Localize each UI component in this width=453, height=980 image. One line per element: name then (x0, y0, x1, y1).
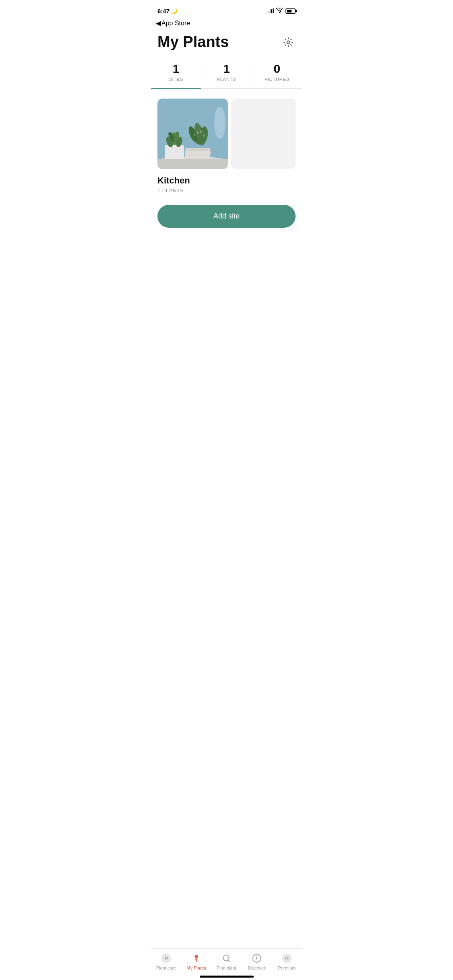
main-content: Kitchen 1 PLANTS Add site (151, 89, 302, 237)
site-plants-count: 1 PLANTS (157, 187, 296, 194)
svg-point-25 (214, 107, 225, 139)
settings-icon[interactable] (281, 35, 296, 49)
tab-sites[interactable]: 1 SITES (151, 57, 201, 88)
empty-site-card-1 (231, 99, 296, 169)
svg-point-1 (287, 41, 290, 43)
plants-count: 1 (205, 62, 248, 75)
svg-rect-6 (165, 145, 184, 160)
add-site-button[interactable]: Add site (157, 205, 296, 228)
site-info: Kitchen 1 PLANTS (157, 175, 296, 194)
back-label: App Store (161, 20, 190, 27)
plants-label: PLANTS (205, 77, 248, 82)
status-time: 6:47 🌙 (157, 8, 178, 14)
back-arrow-icon: ◀ (156, 19, 161, 27)
wifi-icon (276, 8, 283, 14)
tab-pictures[interactable]: 0 PICTURES (252, 57, 302, 88)
svg-rect-26 (157, 159, 228, 169)
status-icons (267, 8, 296, 14)
battery-icon (285, 8, 296, 14)
pictures-count: 0 (255, 62, 299, 75)
sites-label: SITES (154, 77, 198, 82)
back-navigation[interactable]: ◀ App Store (151, 18, 302, 30)
page-title: My Plants (157, 33, 229, 51)
svg-rect-14 (185, 148, 211, 151)
page-header: My Plants (151, 30, 302, 57)
signal-icon (267, 8, 274, 13)
site-card-kitchen[interactable] (157, 99, 228, 169)
sites-count: 1 (154, 62, 198, 75)
site-name: Kitchen (157, 175, 296, 186)
time-label: 6:47 (157, 8, 170, 14)
sites-grid (157, 99, 296, 169)
pictures-label: PICTURES (255, 77, 299, 82)
status-bar: 6:47 🌙 (151, 0, 302, 18)
tab-plants[interactable]: 1 PLANTS (201, 57, 251, 88)
stats-tabs: 1 SITES 1 PLANTS 0 PICTURES (151, 57, 302, 89)
moon-icon: 🌙 (171, 8, 178, 14)
